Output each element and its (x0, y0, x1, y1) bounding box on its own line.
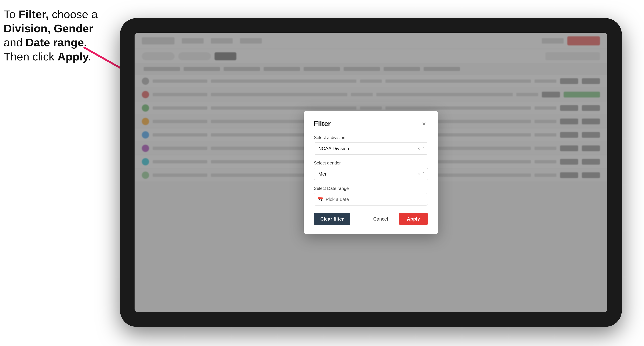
modal-footer: Clear filter Cancel Apply (314, 213, 428, 225)
division-label: Select a division (314, 135, 428, 140)
clear-filter-button[interactable]: Clear filter (314, 213, 350, 225)
gender-select[interactable]: Men (314, 168, 428, 180)
division-select[interactable]: NCAA Division I (314, 142, 428, 155)
modal-close-button[interactable]: × (420, 120, 428, 128)
cancel-button[interactable]: Cancel (367, 213, 394, 225)
date-form-group: Select Date range 📅 (314, 186, 428, 205)
footer-right: Cancel Apply (367, 213, 428, 225)
gender-label: Select gender (314, 161, 428, 166)
apply-button[interactable]: Apply (399, 213, 428, 225)
date-label: Select Date range (314, 186, 428, 191)
gender-form-group: Select gender Men × ⌃ (314, 161, 428, 180)
modal-overlay: Filter × Select a division NCAA Division… (134, 33, 607, 312)
filter-modal: Filter × Select a division NCAA Division… (304, 111, 438, 234)
division-clear-icon[interactable]: × (417, 146, 420, 151)
date-input-wrapper: 📅 (314, 193, 428, 205)
instruction-text: To Filter, choose a Division, Gender and… (4, 7, 109, 64)
gender-clear-icon[interactable]: × (417, 171, 420, 177)
gender-select-wrapper: Men × ⌃ (314, 168, 428, 180)
date-range-input[interactable] (314, 193, 428, 205)
division-select-wrapper: NCAA Division I × ⌃ (314, 142, 428, 155)
division-form-group: Select a division NCAA Division I × ⌃ (314, 135, 428, 155)
modal-header: Filter × (314, 120, 428, 128)
tablet-device: Filter × Select a division NCAA Division… (120, 18, 622, 327)
modal-title: Filter (314, 120, 331, 128)
tablet-screen: Filter × Select a division NCAA Division… (134, 33, 607, 312)
